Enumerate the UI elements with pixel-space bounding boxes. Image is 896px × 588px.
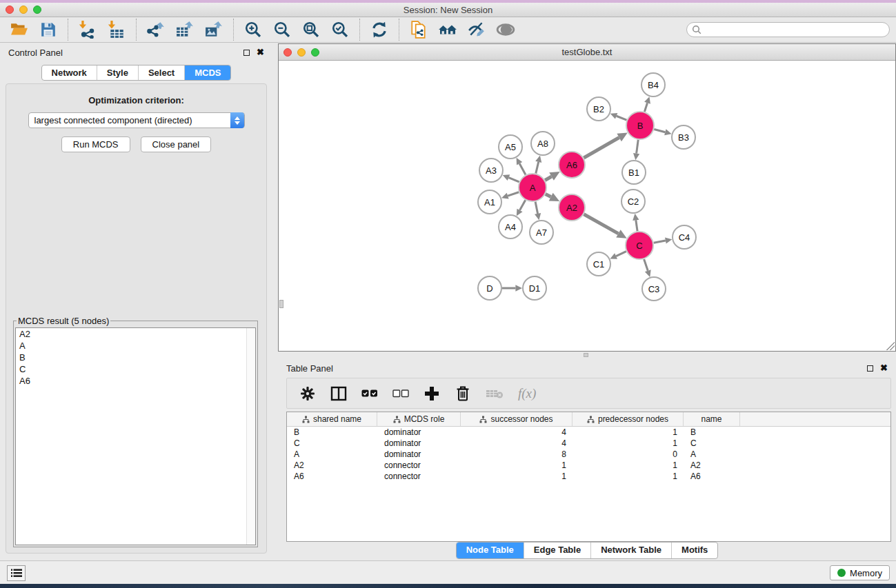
- table-cell[interactable]: 8: [461, 449, 573, 460]
- tab-network-table[interactable]: Network Table: [590, 543, 671, 558]
- refresh-icon[interactable]: [370, 20, 389, 39]
- window-resize-grip[interactable]: [886, 342, 895, 350]
- network-zoom-button[interactable]: [311, 48, 319, 57]
- tab-edge-table[interactable]: Edge Table: [524, 543, 590, 558]
- zoom-fit-icon[interactable]: [301, 20, 321, 39]
- network-canvas[interactable]: AA1A3A4A5A7A8A6A2BB1B2B3B4CC1C2C3C4DD1: [279, 61, 895, 351]
- show-graphics-details-icon[interactable]: [496, 20, 515, 39]
- network-close-button[interactable]: [283, 48, 292, 57]
- zoom-window-button[interactable]: [33, 6, 41, 14]
- open-session-icon[interactable]: [10, 20, 29, 39]
- delete-columns-icon[interactable]: [455, 385, 471, 403]
- mcds-result-list[interactable]: A2ABCA6: [15, 327, 256, 545]
- table-cell[interactable]: connector: [377, 460, 461, 471]
- table-cell[interactable]: 0: [573, 449, 684, 460]
- table-cell[interactable]: 4: [461, 427, 573, 438]
- table-cell[interactable]: A6: [287, 471, 377, 482]
- create-column-icon[interactable]: [424, 385, 440, 403]
- tab-network[interactable]: Network: [42, 65, 97, 80]
- network-graph[interactable]: AA1A3A4A5A7A8A6A2BB1B2B3B4CC1C2C3C4DD1: [279, 61, 895, 351]
- table-row[interactable]: Cdominator41C: [287, 438, 890, 449]
- import-network-icon[interactable]: [78, 20, 97, 39]
- column-manager-icon[interactable]: [330, 385, 347, 403]
- edge-C-C4[interactable]: [654, 241, 666, 243]
- table-cell[interactable]: A: [287, 449, 377, 460]
- column-header-shared-name[interactable]: shared name: [287, 412, 377, 426]
- zoom-in-icon[interactable]: [243, 20, 263, 39]
- hide-annotations-icon[interactable]: [467, 20, 486, 39]
- task-history-icon[interactable]: [7, 565, 26, 581]
- column-header-successor-nodes[interactable]: successor nodes: [461, 412, 573, 426]
- tab-style[interactable]: Style: [97, 65, 138, 80]
- network-minimize-button[interactable]: [297, 48, 306, 57]
- table-cell[interactable]: A2: [287, 460, 377, 471]
- table-cell[interactable]: 1: [573, 438, 684, 449]
- table-cell[interactable]: dominator: [377, 449, 461, 460]
- network-window-titlebar[interactable]: testGlobe.txt: [279, 44, 895, 61]
- table-row[interactable]: Adominator80A: [287, 449, 890, 460]
- zoom-selected-icon[interactable]: [330, 20, 350, 39]
- select-all-check-icon[interactable]: [361, 385, 378, 403]
- result-list-item[interactable]: A: [16, 340, 255, 352]
- import-table-icon[interactable]: [107, 20, 126, 39]
- table-cell[interactable]: 1: [461, 471, 573, 482]
- column-header-MCDS-role[interactable]: MCDS role: [377, 412, 461, 426]
- split-pane-divider[interactable]: [584, 353, 588, 357]
- table-cell[interactable]: 1: [573, 427, 684, 438]
- edge-A-A7[interactable]: [535, 202, 537, 214]
- show-all-networks-icon[interactable]: [438, 20, 457, 39]
- search-input[interactable]: [686, 22, 890, 37]
- table-cell[interactable]: C: [287, 438, 377, 449]
- result-list-item[interactable]: C: [16, 363, 255, 375]
- result-list-item[interactable]: A6: [16, 375, 255, 387]
- table-cell[interactable]: 1: [461, 460, 573, 471]
- navigator-handle[interactable]: [279, 300, 283, 308]
- zoom-out-icon[interactable]: [272, 20, 292, 39]
- table-row[interactable]: A6connector11A6: [287, 471, 890, 482]
- edge-C-C2[interactable]: [636, 220, 637, 231]
- table-cell[interactable]: 1: [573, 460, 684, 471]
- export-image-icon[interactable]: [204, 20, 223, 39]
- table-cell[interactable]: A2: [684, 460, 740, 471]
- edge-C-C1[interactable]: [616, 252, 626, 256]
- table-cell[interactable]: B: [287, 427, 377, 438]
- minimize-window-button[interactable]: [19, 6, 28, 14]
- table-cell[interactable]: A6: [684, 471, 740, 482]
- tab-select[interactable]: Select: [138, 65, 184, 80]
- edge-A6-B[interactable]: [584, 137, 619, 158]
- tab-node-table[interactable]: Node Table: [457, 543, 524, 558]
- node-table[interactable]: shared nameMCDS rolesuccessor nodesprede…: [286, 412, 891, 542]
- table-options-gear-icon[interactable]: [299, 385, 316, 403]
- edge-A-A5[interactable]: [519, 163, 526, 174]
- function-builder-icon[interactable]: f(x): [518, 385, 536, 403]
- edge-B-B4[interactable]: [644, 103, 647, 112]
- table-cell[interactable]: dominator: [377, 438, 461, 449]
- save-session-icon[interactable]: [39, 20, 58, 39]
- table-cell[interactable]: dominator: [377, 427, 461, 438]
- table-row[interactable]: A2connector11A2: [287, 460, 890, 471]
- edge-B-B1[interactable]: [637, 140, 639, 154]
- table-cell[interactable]: C: [684, 438, 740, 449]
- column-header-predecessor-nodes[interactable]: predecessor nodes: [573, 412, 684, 426]
- criterion-dropdown[interactable]: largest connected component (directed): [28, 112, 245, 128]
- table-row[interactable]: Bdominator41B: [287, 427, 890, 438]
- float-table-panel-icon[interactable]: [867, 365, 873, 372]
- run-mcds-button[interactable]: Run MCDS: [61, 136, 130, 152]
- memory-button[interactable]: Memory: [830, 565, 890, 580]
- edge-B-B3[interactable]: [654, 129, 665, 132]
- table-cell[interactable]: 1: [573, 471, 684, 482]
- result-list-item[interactable]: B: [16, 352, 255, 363]
- edge-A-A8[interactable]: [536, 162, 539, 174]
- close-table-panel-icon[interactable]: ✖: [880, 365, 888, 372]
- edge-A-A3[interactable]: [508, 178, 519, 182]
- close-panel-button[interactable]: Close panel: [141, 136, 212, 152]
- edge-A2-C[interactable]: [584, 214, 618, 234]
- deselect-all-icon[interactable]: [392, 385, 409, 403]
- export-table-icon[interactable]: [175, 20, 195, 39]
- export-network-icon[interactable]: [146, 20, 166, 39]
- duplicate-network-icon[interactable]: [409, 20, 428, 39]
- edge-B-B2[interactable]: [617, 116, 627, 120]
- edge-A-A4[interactable]: [520, 200, 526, 210]
- result-list-item[interactable]: A2: [16, 328, 255, 340]
- edge-A-A2[interactable]: [546, 194, 551, 197]
